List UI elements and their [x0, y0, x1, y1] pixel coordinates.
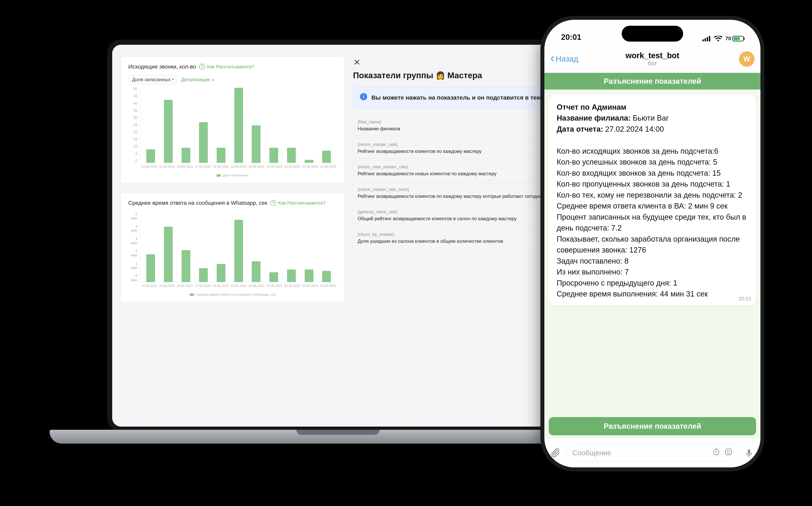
- svg-point-6: [727, 451, 728, 451]
- metric-code: {general_client_rate}: [358, 209, 543, 215]
- cellular-icon: [702, 36, 711, 41]
- svg-rect-3: [709, 36, 710, 41]
- metric-label: Рейтинг возвращаемости клиентов по каждо…: [358, 148, 543, 155]
- bar: [269, 148, 278, 163]
- svg-rect-1: [704, 38, 706, 41]
- metric-row[interactable]: {return_new_master_rate}Рейтинг возвраща…: [353, 161, 555, 181]
- report-line: Кол-во исходящих звонков за день подсчет…: [557, 146, 748, 157]
- dashboard-screen: Исходящие звонки, кол-во Как Рассчитывае…: [112, 45, 564, 427]
- message-input[interactable]: Сообщение: [566, 444, 739, 461]
- metric-label: Рейтинг возвращаемости клиентов по каждо…: [358, 193, 543, 200]
- metric-label: Общий рейтинг возвращаемости клиентов в …: [358, 215, 543, 222]
- chart-panel-outgoing-calls: Исходящие звонки, кол-во Как Рассчитывае…: [121, 57, 344, 183]
- help-link[interactable]: Как Рассчитывается?: [199, 64, 254, 70]
- bar-chart-1: 50454035302520151050 14.06.202315.06.202…: [128, 87, 337, 172]
- chart-panel-whatsapp-time: Среднее время ответа на сообщения в What…: [121, 193, 344, 302]
- bar: [252, 125, 261, 163]
- chat-subtitle: бот: [648, 60, 657, 67]
- report-line: Кол-во входящих звонков за день подсчета…: [557, 168, 748, 179]
- detail-link[interactable]: Детализация: [181, 76, 214, 83]
- svg-rect-2: [707, 37, 708, 41]
- bar: [217, 264, 225, 282]
- metric-label: Название филиала: [358, 125, 543, 132]
- mic-icon[interactable]: [743, 447, 755, 459]
- attach-icon[interactable]: [550, 447, 562, 459]
- bar: [146, 254, 155, 282]
- wifi-icon: [714, 36, 722, 41]
- metric-select[interactable]: Доля записанных: [128, 75, 177, 85]
- close-icon[interactable]: ✕: [353, 57, 555, 69]
- metric-row[interactable]: {return_master_rate_work}Рейтинг возвращ…: [353, 183, 555, 203]
- message-timestamp: 20:01: [738, 295, 751, 303]
- metric-row[interactable]: {filial_name}Название филиала+: [353, 116, 555, 136]
- info-box: i Вы можете нажать на показатель и он по…: [353, 87, 555, 108]
- reply-keyboard: Разъяснение показателей: [544, 414, 760, 438]
- input-bar: Сообщение: [544, 438, 760, 468]
- face-icon: 👩: [436, 71, 445, 80]
- bar: [322, 151, 331, 163]
- bar: [269, 272, 278, 282]
- svg-rect-0: [702, 39, 704, 41]
- keyboard-button[interactable]: Разъяснение показателей: [549, 417, 756, 435]
- bar: [305, 269, 314, 282]
- laptop-mockup: Исходящие звонки, кол-во Как Рассчитывае…: [99, 39, 577, 455]
- chart-title: Исходящие звонки, кол-во: [128, 64, 196, 70]
- clock: 20:01: [561, 33, 581, 41]
- bar: [322, 271, 331, 282]
- info-icon: i: [360, 93, 367, 100]
- report-line: Просрочено с предыдущего дня: 1: [557, 278, 748, 288]
- metric-code: {return_master_rate}: [358, 142, 543, 147]
- bar: [146, 149, 155, 163]
- report-line: Показывает, сколько заработала организац…: [557, 234, 748, 256]
- report-line: Из них выполнено: 7: [557, 267, 748, 277]
- metric-row[interactable]: {churn_by_master}Доля ушедших из салона …: [353, 228, 555, 248]
- phone-mockup: 20:01 70 Назад work_test_bot бот W Разъя…: [540, 16, 764, 471]
- metric-code: {churn_by_master}: [358, 232, 543, 237]
- svg-point-7: [729, 451, 730, 451]
- chat-body[interactable]: Отчет по Админам Название филиала: Бьюти…: [544, 89, 760, 416]
- bar: [199, 122, 208, 163]
- bar: [252, 261, 261, 282]
- bar: [217, 148, 225, 163]
- report-line: Кол-во пропущенных звонков за день подсч…: [557, 179, 748, 189]
- svg-rect-5: [726, 449, 732, 455]
- metric-code: {filial_name}: [358, 119, 543, 124]
- bar: [164, 227, 173, 282]
- laptop-base: [50, 430, 626, 444]
- stopwatch-icon[interactable]: [712, 448, 720, 458]
- report-line: Среднее время выполнения: 44 мин 31 сек: [557, 288, 748, 300]
- report-line: Задач поставлено: 8: [557, 256, 748, 267]
- bar: [164, 100, 173, 163]
- back-button[interactable]: Назад: [550, 55, 578, 63]
- metric-row[interactable]: {general_client_rate}Общий рейтинг возвр…: [353, 205, 555, 226]
- battery-icon: 70: [725, 35, 744, 41]
- metric-label: Доля ушедших из салона клиентов в общем …: [358, 238, 543, 245]
- telegram-header: Назад work_test_bot бот W: [544, 45, 760, 73]
- pinned-banner[interactable]: Разъяснение показателей: [544, 73, 760, 89]
- metric-code: {return_new_master_rate}: [358, 164, 543, 170]
- bar: [234, 88, 243, 163]
- message-bubble: Отчет по Админам Название филиала: Бьюти…: [549, 95, 756, 306]
- chat-title: work_test_bot: [625, 51, 679, 60]
- bar-chart-2: 5 мин4 мин3 мин2 мин1 мин0 мин 14.06.202…: [128, 212, 337, 291]
- report-line: Кол-во тех, кому не перезвонили за день …: [557, 190, 748, 200]
- bar: [182, 148, 190, 163]
- metric-code: {return_master_rate_work}: [358, 187, 543, 192]
- metric-row[interactable]: {return_master_rate}Рейтинг возвращаемос…: [353, 138, 555, 158]
- bar: [199, 268, 208, 282]
- bar: [287, 148, 296, 163]
- bar: [287, 269, 296, 282]
- group-title: Показатели группы 👩 Мастера: [353, 71, 555, 80]
- chart-legend: Доля записанных: [128, 174, 337, 177]
- chart-title: Среднее время ответа на сообщения в What…: [128, 200, 267, 206]
- bar: [234, 220, 243, 282]
- sticker-icon[interactable]: [725, 448, 733, 458]
- chart-legend: Среднее время ответа на сообщения в What…: [128, 293, 337, 297]
- report-line: Среднее время ответа клиента в ВА: 2 мин…: [557, 200, 748, 212]
- metric-label: Рейтинг возвращаемости новых клиентов по…: [358, 170, 543, 177]
- bar: [182, 250, 190, 282]
- report-line: Процент записанных на будущее среди тех,…: [557, 212, 748, 234]
- help-link[interactable]: Как Рассчитывается?: [270, 200, 326, 206]
- bar: [305, 160, 314, 163]
- avatar[interactable]: W: [739, 51, 754, 67]
